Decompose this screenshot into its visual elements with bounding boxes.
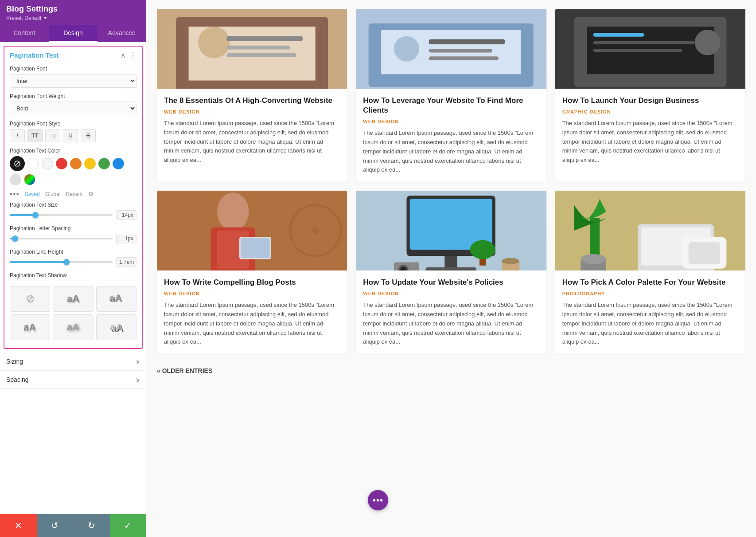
shadow-label-1: aA xyxy=(67,293,79,305)
more-options-icon[interactable]: ⋮ xyxy=(129,51,136,59)
color-tab-recent[interactable]: Recent xyxy=(66,191,83,197)
slider-track-lh xyxy=(10,261,113,263)
tab-design[interactable]: Design xyxy=(49,25,97,42)
line-height-label: Pagination Line Height xyxy=(10,249,136,255)
text-size-field: Pagination Text Size 14px xyxy=(4,199,142,223)
font-select[interactable]: Inter xyxy=(10,74,136,88)
style-strikethrough[interactable]: Tt xyxy=(45,129,60,142)
color-swatch-red[interactable] xyxy=(56,158,67,169)
line-height-slider[interactable] xyxy=(10,258,113,267)
shadow-heavy[interactable]: aA xyxy=(96,314,136,340)
color-settings-icon[interactable]: ⚙ xyxy=(88,191,94,198)
blog-card-category-1: WEB DESIGN xyxy=(164,109,340,114)
color-tab-global[interactable]: Global xyxy=(45,191,61,197)
save-button[interactable]: ✓ xyxy=(110,514,147,537)
letter-spacing-value[interactable]: 1px xyxy=(116,234,136,243)
fab-button[interactable]: ••• xyxy=(368,490,388,510)
tab-advanced[interactable]: Advanced xyxy=(97,25,146,42)
undo-button[interactable]: ↺ xyxy=(37,514,74,537)
blog-card-3: How To Launch Your Design Business GRAPH… xyxy=(555,9,745,182)
color-swatches xyxy=(10,156,136,185)
color-swatch-edit[interactable] xyxy=(24,174,35,185)
slider-thumb[interactable] xyxy=(32,212,39,218)
shadow-top-right[interactable]: aA xyxy=(96,286,136,312)
svg-rect-6 xyxy=(226,36,303,41)
blog-card-category-6: PHOTOGRAPHY xyxy=(562,291,738,296)
blog-card-title-1: The 8 Essentials Of A High-Converting We… xyxy=(164,96,340,106)
redo-button[interactable]: ↻ xyxy=(73,514,110,537)
panel-header: Blog Settings Preset: Default xyxy=(0,0,146,25)
color-swatch-white2[interactable] xyxy=(42,158,53,169)
text-size-label: Pagination Text Size xyxy=(10,202,136,208)
tab-content[interactable]: Content xyxy=(0,25,49,42)
text-size-slider[interactable] xyxy=(10,211,113,220)
svg-point-42 xyxy=(502,258,519,264)
blog-card-5: How To Update Your Website's Policies WE… xyxy=(356,191,546,354)
blog-card-1: The 8 Essentials Of A High-Converting We… xyxy=(157,9,347,182)
panel-preset[interactable]: Preset: Default xyxy=(6,15,140,21)
blog-card-category-5: WEB DESIGN xyxy=(363,291,539,296)
style-italic[interactable]: I xyxy=(10,129,25,142)
font-label: Pagination Font xyxy=(10,66,136,72)
letter-spacing-slider[interactable] xyxy=(10,234,113,243)
slider-thumb-lh[interactable] xyxy=(63,259,70,265)
blog-card-excerpt-3: The standard Lorem Ipsum passage, used s… xyxy=(562,119,738,165)
sizing-section[interactable]: Sizing ∨ xyxy=(0,353,146,371)
color-swatch-green[interactable] xyxy=(98,158,110,169)
blog-card-image-6 xyxy=(555,191,745,270)
font-style-buttons: I TT Tt U S xyxy=(10,129,136,142)
spacing-section[interactable]: Spacing ∨ xyxy=(0,371,146,389)
blog-card-excerpt-5: The standard Lorem Ipsum passage, used s… xyxy=(363,301,539,347)
color-swatch-lightgray[interactable] xyxy=(10,174,21,185)
shadow-label-3: aA xyxy=(24,321,36,333)
svg-rect-53 xyxy=(688,242,720,264)
blog-card-image-5 xyxy=(356,191,546,270)
shadow-label-5: aA xyxy=(110,321,122,333)
style-bold[interactable]: TT xyxy=(27,129,43,142)
svg-point-23 xyxy=(695,30,720,55)
color-tab-saved[interactable]: Saved xyxy=(25,191,40,197)
color-swatch-blue[interactable] xyxy=(113,158,124,169)
shadow-label-4: aA xyxy=(67,321,79,333)
color-swatch-orange[interactable] xyxy=(70,158,82,169)
text-size-value[interactable]: 14px xyxy=(116,210,136,220)
blog-card-4: How To Write Compelling Blog Posts WEB D… xyxy=(157,191,347,354)
svg-rect-13 xyxy=(429,39,505,44)
slider-track xyxy=(10,214,113,216)
slider-thumb-ls[interactable] xyxy=(12,235,18,242)
svg-line-1 xyxy=(16,162,19,165)
color-swatch-white1[interactable] xyxy=(27,158,39,169)
no-shadow-icon: ⊘ xyxy=(26,293,35,305)
slider-fill-lh xyxy=(10,261,66,263)
pagination-row: « OLDER ENTRIES xyxy=(146,363,756,383)
shadow-none[interactable]: ⊘ xyxy=(10,286,50,312)
font-weight-select[interactable]: Bold xyxy=(10,102,136,115)
shadow-label-2: aA xyxy=(110,293,122,305)
blog-card-image-1 xyxy=(157,9,347,89)
older-entries-link[interactable]: « OLDER ENTRIES xyxy=(157,367,212,374)
shadow-bottom-right[interactable]: aA xyxy=(53,286,93,312)
blog-card-body-1: The 8 Essentials Of A High-Converting We… xyxy=(157,89,347,172)
blog-card-excerpt-2: The standard Lorem Ipsum passage, used s… xyxy=(363,129,539,175)
style-underline[interactable]: U xyxy=(63,129,78,142)
blog-grid: The 8 Essentials Of A High-Converting We… xyxy=(146,0,756,363)
blog-card-image-4 xyxy=(157,191,347,270)
shadow-blurred[interactable]: aA xyxy=(53,314,93,340)
line-height-value[interactable]: 1.7em xyxy=(116,257,136,267)
font-style-field: Pagination Font Style I TT Tt U S xyxy=(4,118,142,145)
svg-point-26 xyxy=(217,192,249,231)
blog-card-2: How To Leverage Your Website To Find Mor… xyxy=(356,9,546,182)
text-shadow-field: Pagination Text Shadow xyxy=(4,270,142,283)
color-swatch-yellow[interactable] xyxy=(84,158,96,169)
blog-card-body-3: How To Launch Your Design Business GRAPH… xyxy=(555,89,745,172)
color-more[interactable]: ••• xyxy=(10,190,19,199)
blog-card-category-4: WEB DESIGN xyxy=(164,291,340,296)
active-color-swatch[interactable] xyxy=(10,156,25,171)
style-strikeout[interactable]: S xyxy=(81,129,96,142)
collapse-icon[interactable]: ∧ xyxy=(121,51,126,59)
shadow-bottom[interactable]: aA xyxy=(10,314,50,340)
sizing-chevron: ∨ xyxy=(136,358,140,365)
svg-rect-7 xyxy=(226,46,290,50)
cancel-button[interactable]: ✕ xyxy=(0,514,37,537)
text-color-field: Pagination Text Color xyxy=(4,145,142,188)
